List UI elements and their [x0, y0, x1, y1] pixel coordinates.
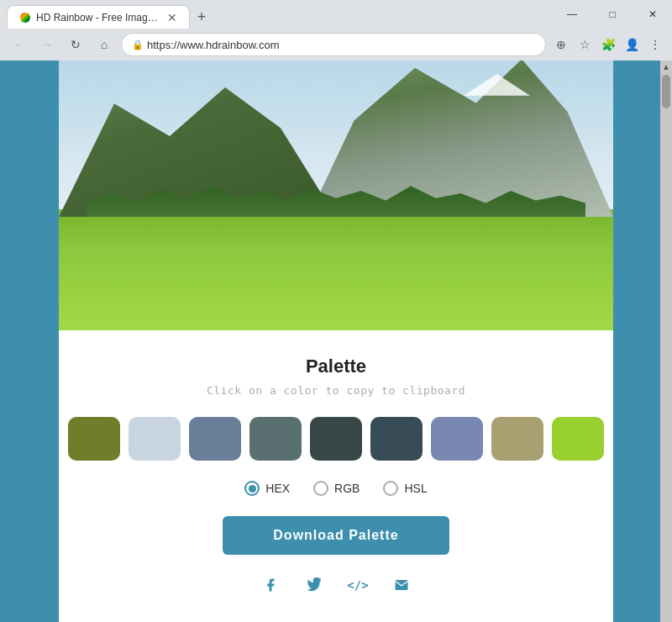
forward-button[interactable]: →	[35, 33, 59, 56]
green-field	[59, 217, 613, 330]
color-swatch-light-blue-gray[interactable]	[129, 417, 181, 461]
address-bar: ← → ↻ ⌂ 🔒 https://www.hdrainbow.com ⊕ ☆ …	[0, 29, 672, 61]
color-swatch-lime-green[interactable]	[552, 417, 604, 461]
lock-icon: 🔒	[132, 40, 144, 50]
toolbar-icons: ⊕ ☆ 🧩 👤 ⋮	[551, 34, 665, 55]
browser-window: HD Rainbow - Free Image to C... ✕ + — □ …	[0, 0, 672, 622]
color-swatch-periwinkle[interactable]	[431, 417, 483, 461]
code-icon[interactable]: </>	[346, 573, 370, 597]
radio-label-rgb: RGB	[334, 482, 360, 495]
palette-section: Palette Click on a color to copy to clip…	[59, 330, 613, 622]
color-swatch-olive-green[interactable]	[68, 417, 120, 461]
scroll-up-arrow[interactable]: ▲	[660, 61, 672, 73]
translate-icon[interactable]: ⊕	[551, 34, 571, 55]
tab-close-button[interactable]: ✕	[167, 11, 177, 24]
radio-option-hex[interactable]: HEX	[244, 481, 290, 496]
facebook-icon[interactable]	[259, 573, 282, 597]
title-bar: HD Rainbow - Free Image to C... ✕ + — □ …	[0, 0, 672, 29]
radio-label-hsl: HSL	[404, 482, 427, 495]
palette-title: Palette	[306, 356, 366, 377]
hero-image	[59, 61, 613, 330]
color-swatch-dark-slate[interactable]	[370, 417, 423, 461]
scrollbar-thumb[interactable]	[662, 75, 670, 108]
center-panel: Palette Click on a color to copy to clip…	[59, 61, 613, 622]
twitter-icon[interactable]	[302, 573, 326, 597]
active-tab[interactable]: HD Rainbow - Free Image to C... ✕	[7, 5, 190, 29]
tab-title: HD Rainbow - Free Image to C...	[36, 12, 162, 24]
minimize-button[interactable]: —	[553, 1, 591, 28]
tab-favicon	[19, 12, 31, 24]
radio-option-rgb[interactable]: RGB	[313, 481, 360, 496]
tab-bar: HD Rainbow - Free Image to C... ✕ +	[0, 0, 553, 29]
download-palette-button[interactable]: Download Palette	[223, 516, 449, 555]
radio-circle-hex	[244, 481, 260, 496]
bookmark-icon[interactable]: ☆	[575, 34, 595, 55]
back-button[interactable]: ←	[7, 33, 30, 56]
color-swatch-dark-teal[interactable]	[310, 417, 362, 461]
email-icon[interactable]	[390, 573, 413, 597]
color-swatch-khaki[interactable]	[491, 417, 543, 461]
new-tab-button[interactable]: +	[190, 5, 213, 29]
window-controls: — □ ✕	[553, 1, 672, 28]
extensions-icon[interactable]: 🧩	[598, 34, 618, 55]
radio-circle-rgb	[313, 481, 328, 496]
format-selector: HEXRGBHSL	[244, 481, 427, 496]
menu-icon[interactable]: ⋮	[645, 34, 665, 55]
scrollbar[interactable]: ▲	[660, 61, 672, 622]
color-swatch-slate-blue[interactable]	[189, 417, 241, 461]
profile-icon[interactable]: 👤	[622, 34, 642, 55]
reload-button[interactable]: ↻	[64, 33, 87, 56]
color-swatches	[68, 417, 604, 461]
close-button[interactable]: ✕	[633, 1, 672, 28]
radio-option-hsl[interactable]: HSL	[383, 481, 427, 496]
url-input[interactable]: 🔒 https://www.hdrainbow.com	[121, 33, 546, 56]
social-icons: </>	[259, 573, 413, 597]
maximize-button[interactable]: □	[593, 1, 632, 28]
palette-hint: Click on a color to copy to clipboard	[207, 384, 465, 397]
radio-label-hex: HEX	[265, 482, 290, 495]
url-text: https://www.hdrainbow.com	[147, 39, 280, 51]
svg-point-0	[20, 13, 30, 23]
home-button[interactable]: ⌂	[92, 33, 116, 56]
color-swatch-teal-gray[interactable]	[249, 417, 302, 461]
radio-circle-hsl	[383, 481, 398, 496]
mountain-scene	[59, 61, 613, 330]
page-content: Palette Click on a color to copy to clip…	[0, 61, 672, 622]
